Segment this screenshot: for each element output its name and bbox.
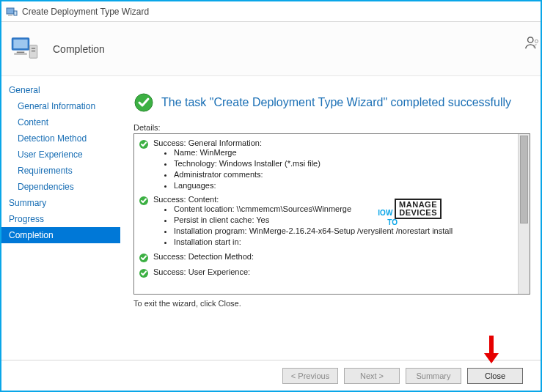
sidebar-item-dependencies[interactable]: Dependencies [1,179,120,195]
success-check-icon [133,92,154,113]
bullet-item: Administrator comments: [174,169,513,180]
success-check-icon [139,268,149,278]
sidebar-item-summary[interactable]: Summary [1,195,120,211]
detail-section: Success: General Information:Name: WinMe… [139,138,513,191]
bullet-item: Name: WinMerge [174,147,513,158]
summary-button: Summary [406,368,461,384]
section-title: Success: General Information: [153,138,513,147]
sidebar-item-user-experience[interactable]: User Experience [1,147,120,163]
sidebar-item-general[interactable]: General [1,82,120,98]
svg-point-11 [535,40,538,42]
svg-rect-1 [8,15,12,16]
section-title: Success: Content: [153,195,513,204]
close-button[interactable]: Close [467,368,523,384]
svg-rect-8 [32,48,35,49]
svg-rect-6 [14,53,27,55]
bullet-item: Installation start in: [174,237,513,248]
success-check-icon [139,253,149,263]
success-check-icon [139,139,149,149]
content-pane: The task "Create Deployment Type Wizard"… [120,76,541,360]
detail-section: Success: User Experience: [139,267,513,278]
success-check-icon [139,196,149,206]
details-label: Details: [133,123,530,132]
sidebar-item-content[interactable]: Content [1,114,120,130]
sidebar-item-completion[interactable]: Completion [1,227,120,243]
svg-point-10 [528,37,533,42]
computer-icon [10,34,41,64]
wizard-window: Create Deployment Type Wizard Completion… [0,0,542,392]
person-icon [524,35,541,51]
body: GeneralGeneral InformationContentDetecti… [1,76,541,360]
scroll-thumb[interactable] [520,136,528,223]
sidebar: GeneralGeneral InformationContentDetecti… [1,76,120,360]
scrollbar[interactable] [518,134,530,294]
bullet-item: Technology: Windows Installer (*.msi fil… [174,158,513,169]
svg-rect-2 [14,11,17,15]
details-content: Success: General Information:Name: WinMe… [134,134,518,294]
detail-section: Success: Detection Method: [139,252,513,263]
svg-rect-4 [13,39,27,48]
sidebar-item-detection-method[interactable]: Detection Method [1,130,120,147]
headline-text: The task "Create Deployment Type Wizard"… [161,96,511,109]
section-title: Success: Detection Method: [153,252,513,261]
svg-marker-18 [484,353,499,363]
next-button: Next > [344,368,400,384]
details-box: Success: General Information:Name: WinMe… [133,133,530,295]
window-title: Create Deployment Type Wizard [22,7,149,17]
detail-section: Success: Content:Content location: \\cmm… [139,195,513,247]
success-headline: The task "Create Deployment Type Wizard"… [133,92,530,113]
section-bullets: Content location: \\cmmemcm\Sources\Winm… [174,204,513,247]
header: Completion [1,22,541,76]
stage-title: Completion [53,43,105,55]
previous-button: < Previous [282,368,338,384]
bullet-item: Persist in client cache: Yes [174,215,513,226]
bullet-item: Installation program: WinMerge-2.16.24-x… [174,226,513,237]
sidebar-item-progress[interactable]: Progress [1,211,120,227]
svg-rect-0 [7,8,14,14]
sidebar-item-general-information[interactable]: General Information [1,98,120,114]
titlebar: Create Deployment Type Wizard [1,1,541,22]
bullet-item: Languages: [174,180,513,191]
svg-rect-5 [17,51,25,53]
bullet-item: Content location: \\cmmemcm\Sources\Winm… [174,204,513,215]
sidebar-item-requirements[interactable]: Requirements [1,163,120,179]
section-bullets: Name: WinMergeTechnology: Windows Instal… [174,147,513,191]
footer: < Previous Next > Summary Close [1,360,541,391]
attention-arrow-icon [482,334,501,365]
exit-instruction: To exit the wizard, click Close. [133,299,530,308]
watermark: IOW MANAGE DEVICES TO [378,199,442,226]
section-title: Success: User Experience: [153,267,513,276]
svg-rect-9 [32,50,35,51]
app-icon [6,6,18,18]
